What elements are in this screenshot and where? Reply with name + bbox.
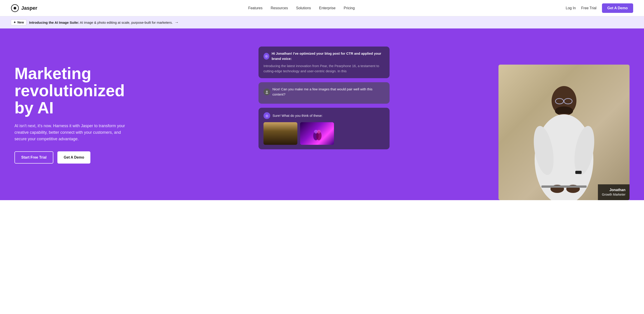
svg-point-3 xyxy=(266,92,268,94)
svg-point-2 xyxy=(266,90,268,92)
logo[interactable]: Jasper xyxy=(11,4,37,12)
nav-right: Log In Free Trial Get A Demo xyxy=(566,4,633,13)
chat-container: ◎ Hi Jonathan! I've optimized your blog … xyxy=(258,46,390,149)
hero-subtitle: AI isn't next, it's now. Harness it with… xyxy=(14,123,132,142)
sparkle-icon: ✦ xyxy=(13,20,16,24)
hero-right: ◎ Hi Jonathan! I've optimized your blog … xyxy=(141,42,630,186)
chat-bubble-1: ◎ Hi Jonathan! I've optimized your blog … xyxy=(258,46,390,78)
nav-login-link[interactable]: Log In xyxy=(566,6,576,10)
chat-header-2: Nice! Can you make me a few images that … xyxy=(264,87,384,97)
chat-header-3: ◎ Sure! What do you think of these: xyxy=(264,112,384,119)
person-silhouette xyxy=(528,83,600,200)
chat-image-neon xyxy=(300,122,334,145)
svg-rect-17 xyxy=(575,171,582,174)
hero-section: Marketing revolutionized by AI AI isn't … xyxy=(0,28,644,200)
navbar: Jasper Features Resources Solutions Ente… xyxy=(0,0,644,16)
chat-images xyxy=(264,122,384,145)
person-photo-inner: Jonathan Growth Marketer xyxy=(498,64,630,200)
announcement-rest: AI image & photo editing at scale, purpo… xyxy=(79,20,173,24)
nav-free-trial-link[interactable]: Free Trial xyxy=(581,6,596,10)
chat-bubble-1-header: Hi Jonathan! I've optimized your blog po… xyxy=(272,51,384,61)
nav-pricing[interactable]: Pricing xyxy=(344,6,355,10)
hero-get-demo-button[interactable]: Get A Demo xyxy=(58,151,90,164)
neon-thumbnail xyxy=(300,122,334,145)
hero-buttons: Start Free Trial Get A Demo xyxy=(14,151,141,164)
nav-solutions[interactable]: Solutions xyxy=(296,6,311,10)
announcement-badge: ✦ New xyxy=(11,20,26,25)
nav-resources[interactable]: Resources xyxy=(271,6,288,10)
nav-features[interactable]: Features xyxy=(248,6,262,10)
jasper-logo-icon xyxy=(11,4,19,12)
jasper-avatar-1: ◎ xyxy=(264,53,269,60)
chat-bubble-3: ◎ Sure! What do you think of these: xyxy=(258,108,390,149)
announcement-bar: ✦ New Introducing the AI Image Suite: AI… xyxy=(0,16,644,28)
user-avatar-2 xyxy=(264,88,270,95)
chat-image-forest xyxy=(264,122,297,145)
svg-rect-20 xyxy=(542,186,586,188)
person-title: Growth Marketer xyxy=(602,192,626,197)
logo-text: Jasper xyxy=(21,5,37,11)
hero-start-trial-button[interactable]: Start Free Trial xyxy=(14,151,53,164)
announcement-bold: Introducing the AI Image Suite: xyxy=(29,20,79,24)
forest-thumbnail xyxy=(264,122,297,145)
jasper-icon-3: ◎ xyxy=(266,114,268,118)
chat-bubble-2-text: Nice! Can you make me a few images that … xyxy=(272,87,384,97)
nav-links: Features Resources Solutions Enterprise … xyxy=(248,6,355,10)
hero-title: Marketing revolutionized by AI xyxy=(14,65,141,116)
person-photo: Jonathan Growth Marketer xyxy=(498,64,630,200)
announcement-badge-text: New xyxy=(18,20,24,24)
nav-enterprise[interactable]: Enterprise xyxy=(319,6,336,10)
chat-bubble-3-text: Sure! What do you think of these: xyxy=(272,113,323,118)
nav-get-demo-button[interactable]: Get A Demo xyxy=(602,4,633,13)
chat-bubble-1-body: Introducing the latest innovation from P… xyxy=(264,64,384,74)
svg-point-1 xyxy=(14,7,16,10)
hero-left: Marketing revolutionized by AI AI isn't … xyxy=(14,65,141,163)
jasper-avatar-3: ◎ xyxy=(264,112,270,119)
chat-header-1: ◎ Hi Jonathan! I've optimized your blog … xyxy=(264,51,384,61)
person-label: Jonathan Growth Marketer xyxy=(598,184,630,200)
jasper-icon-1: ◎ xyxy=(265,54,268,58)
svg-point-7 xyxy=(317,130,321,134)
announcement-text[interactable]: Introducing the AI Image Suite: AI image… xyxy=(29,20,179,25)
announcement-arrow[interactable]: → xyxy=(174,20,178,24)
person-name: Jonathan xyxy=(602,188,626,192)
chat-bubble-2: Nice! Can you make me a few images that … xyxy=(258,82,390,104)
